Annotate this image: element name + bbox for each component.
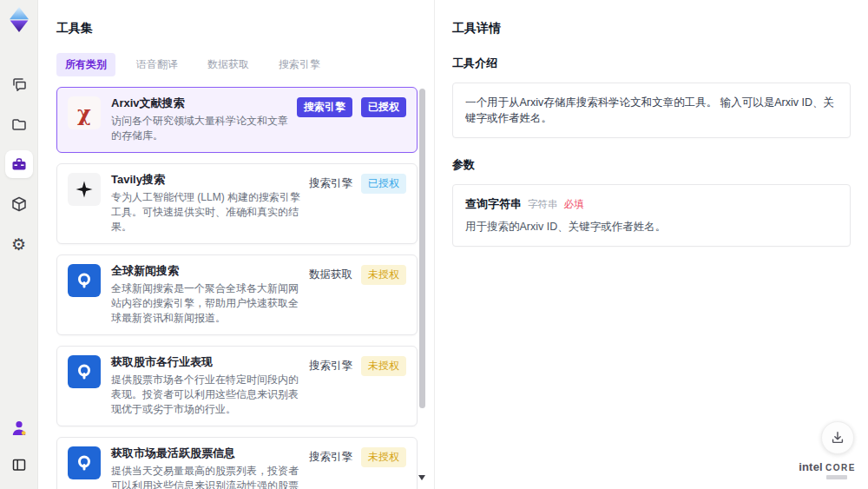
tavily-icon bbox=[68, 173, 101, 206]
main-area: 工具集 所有类别 语音翻译 数据获取 搜索引擎 χ Arxiv文献搜索 访问各个… bbox=[38, 0, 868, 489]
projects-nav-button[interactable] bbox=[5, 110, 33, 138]
tool-description: 提供股票市场各个行业在特定时间段内的表现。投资者可以利用这些信息来识别表现优于或… bbox=[111, 373, 300, 417]
chat-icon bbox=[10, 76, 28, 93]
chat-nav-button[interactable] bbox=[5, 70, 33, 98]
auth-status-badge: 未授权 bbox=[361, 356, 406, 376]
intel-core-logo: intel CORE bbox=[797, 460, 858, 479]
tool-name: 获取股市各行业表现 bbox=[111, 355, 300, 369]
card-badges: 搜索引擎 未授权 bbox=[309, 355, 406, 376]
param-required-flag: 必填 bbox=[564, 198, 584, 211]
folder-icon bbox=[10, 116, 28, 133]
page-title: 工具集 bbox=[56, 21, 434, 36]
intel-wordmark: intel bbox=[799, 460, 823, 473]
tools-nav-button[interactable] bbox=[5, 150, 33, 178]
category-label: 搜索引擎 bbox=[309, 450, 352, 465]
rail-bottom bbox=[5, 414, 33, 479]
card-body: 获取股市各行业表现 提供股票市场各个行业在特定时间段内的表现。投资者可以利用这些… bbox=[111, 355, 309, 417]
tool-description: 提供当天交易量最高的股票列表，投资者可以利用这些信息来识别流动性强的股票和潜在的… bbox=[111, 464, 300, 489]
core-wordmark: CORE bbox=[825, 463, 856, 472]
intel-core-text: intel CORE bbox=[797, 460, 858, 473]
param-header: 查询字符串 字符串 必填 bbox=[465, 196, 838, 212]
tool-detail-panel: 工具详情 工具介绍 一个用于从Arxiv存储库搜索科学论文和文章的工具。 输入可… bbox=[434, 0, 868, 489]
news-search-icon bbox=[68, 264, 101, 297]
param-type: 字符串 bbox=[528, 198, 558, 211]
param-name: 查询字符串 bbox=[465, 196, 522, 212]
category-tabs: 所有类别 语音翻译 数据获取 搜索引擎 bbox=[56, 53, 434, 76]
tab-voice-translation[interactable]: 语音翻译 bbox=[128, 53, 187, 76]
left-rail: ⚙ bbox=[0, 0, 38, 489]
settings-icon: ⚙ bbox=[11, 236, 26, 253]
models-nav-button[interactable] bbox=[5, 190, 33, 218]
crystal-logo-top bbox=[10, 7, 29, 19]
intro-box: 一个用于从Arxiv存储库搜索科学论文和文章的工具。 输入可以是Arxiv ID… bbox=[452, 83, 851, 138]
app-logo bbox=[7, 6, 31, 34]
card-badges: 搜索引擎 未授权 bbox=[309, 446, 406, 467]
card-body: Tavily搜索 专为人工智能代理 (LLM) 构建的搜索引擎工具。可快速提供实… bbox=[111, 173, 309, 235]
tab-data-fetch[interactable]: 数据获取 bbox=[199, 53, 258, 76]
tab-all-categories[interactable]: 所有类别 bbox=[56, 53, 115, 76]
card-badges: 数据获取 未授权 bbox=[309, 264, 406, 285]
category-label: 搜索引擎 bbox=[309, 359, 352, 373]
tool-card-most-active-stocks[interactable]: 获取市场最活跃股票信息 提供当天交易量最高的股票列表，投资者可以利用这些信息来识… bbox=[56, 437, 418, 489]
param-box: 查询字符串 字符串 必填 用于搜索的Arxiv ID、关键字或作者姓名。 bbox=[452, 184, 851, 247]
tool-card-global-news[interactable]: 全球新闻搜索 全球新闻搜索是一个聚合全球各大新闻网站内容的搜索引擎，帮助用户快速… bbox=[56, 254, 418, 335]
category-label: 搜索引擎 bbox=[309, 176, 352, 191]
card-badges: 搜索引擎 已授权 bbox=[309, 173, 406, 194]
tool-card-tavily[interactable]: Tavily搜索 专为人工智能代理 (LLM) 构建的搜索引擎工具。可快速提供实… bbox=[56, 163, 418, 244]
tool-list-panel: 工具集 所有类别 语音翻译 数据获取 搜索引擎 χ Arxiv文献搜索 访问各个… bbox=[38, 0, 434, 489]
panel-toggle-icon bbox=[10, 456, 28, 473]
intro-heading: 工具介绍 bbox=[452, 56, 851, 71]
tool-name: Arxiv文献搜索 bbox=[111, 96, 288, 110]
category-badge: 搜索引擎 bbox=[297, 97, 352, 117]
tab-search-engine[interactable]: 搜索引擎 bbox=[270, 53, 329, 76]
user-account-button[interactable] bbox=[5, 414, 33, 442]
auth-status-badge: 未授权 bbox=[361, 265, 406, 285]
auth-status-badge: 已授权 bbox=[361, 97, 406, 117]
tool-name: 获取市场最活跃股票信息 bbox=[111, 446, 300, 460]
auth-status-badge: 已授权 bbox=[361, 174, 406, 194]
detail-title: 工具详情 bbox=[452, 21, 851, 36]
card-body: Arxiv文献搜索 访问各个研究领域大量科学论文和文章的存储库。 bbox=[111, 96, 297, 143]
tool-description: 专为人工智能代理 (LLM) 构建的搜索引擎工具。可快速提供实时、准确和真实的结… bbox=[111, 190, 300, 235]
intro-text: 一个用于从Arxiv存储库搜索科学论文和文章的工具。 输入可以是Arxiv ID… bbox=[465, 95, 838, 126]
tool-list: χ Arxiv文献搜索 访问各个研究领域大量科学论文和文章的存储库。 搜索引擎 … bbox=[56, 87, 425, 489]
arxiv-glyph: χ bbox=[77, 101, 91, 126]
param-description: 用于搜索的Arxiv ID、关键字或作者姓名。 bbox=[465, 220, 838, 235]
toolbox-icon bbox=[10, 155, 28, 173]
crystal-logo-bottom bbox=[10, 21, 28, 32]
settings-nav-button[interactable]: ⚙ bbox=[5, 230, 33, 258]
tool-description: 访问各个研究领域大量科学论文和文章的存储库。 bbox=[111, 114, 288, 143]
panel-toggle-button[interactable] bbox=[5, 451, 33, 479]
package-icon bbox=[10, 195, 28, 213]
intel-logo-subbar bbox=[826, 475, 847, 479]
tool-description: 全球新闻搜索是一个聚合全球各大新闻网站内容的搜索引擎，帮助用户快速获取全球最新资… bbox=[111, 281, 300, 326]
active-stocks-icon bbox=[68, 446, 101, 479]
rail-nav: ⚙ bbox=[5, 70, 33, 258]
card-body: 获取市场最活跃股票信息 提供当天交易量最高的股票列表，投资者可以利用这些信息来识… bbox=[111, 446, 309, 489]
download-button[interactable] bbox=[821, 421, 854, 454]
list-scrollbar-thumb[interactable] bbox=[419, 89, 425, 408]
auth-status-badge: 未授权 bbox=[361, 447, 406, 467]
arxiv-icon: χ bbox=[68, 96, 101, 129]
download-icon bbox=[830, 430, 845, 446]
tool-name: 全球新闻搜索 bbox=[111, 264, 300, 278]
params-heading: 参数 bbox=[452, 157, 851, 173]
stock-sector-icon bbox=[68, 355, 101, 388]
scroll-down-arrow[interactable] bbox=[418, 475, 425, 480]
tool-cards: χ Arxiv文献搜索 访问各个研究领域大量科学论文和文章的存储库。 搜索引擎 … bbox=[56, 87, 418, 489]
tool-card-sector-performance[interactable]: 获取股市各行业表现 提供股票市场各个行业在特定时间段内的表现。投资者可以利用这些… bbox=[56, 346, 418, 426]
tool-card-arxiv[interactable]: χ Arxiv文献搜索 访问各个研究领域大量科学论文和文章的存储库。 搜索引擎 … bbox=[56, 87, 418, 153]
user-icon bbox=[10, 419, 29, 438]
card-badges: 搜索引擎 已授权 bbox=[297, 96, 406, 117]
card-body: 全球新闻搜索 全球新闻搜索是一个聚合全球各大新闻网站内容的搜索引擎，帮助用户快速… bbox=[111, 264, 309, 326]
tool-name: Tavily搜索 bbox=[111, 173, 300, 187]
category-label: 数据获取 bbox=[309, 268, 352, 282]
